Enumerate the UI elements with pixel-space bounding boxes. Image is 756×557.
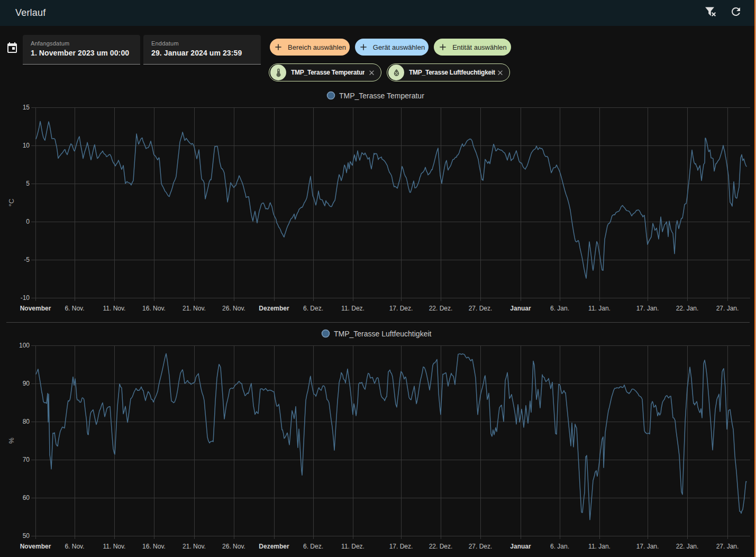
svg-text:11. Nov.: 11. Nov.: [103, 543, 126, 550]
svg-text:60: 60: [23, 494, 30, 501]
svg-text:10: 10: [23, 142, 30, 149]
svg-text:November: November: [20, 305, 51, 312]
svg-text:-10: -10: [21, 294, 30, 302]
svg-text:6. Nov.: 6. Nov.: [65, 305, 84, 312]
svg-text:90: 90: [23, 380, 30, 387]
svg-text:70: 70: [23, 456, 30, 463]
svg-text:22. Dez.: 22. Dez.: [429, 543, 453, 550]
svg-text:26. Nov.: 26. Nov.: [222, 305, 245, 312]
svg-text:6. Jan.: 6. Jan.: [550, 305, 569, 312]
svg-text:November: November: [20, 543, 51, 550]
svg-text:%: %: [7, 437, 15, 444]
svg-text:11. Nov.: 11. Nov.: [103, 305, 126, 312]
svg-text:27. Dez.: 27. Dez.: [469, 543, 493, 550]
svg-text:50: 50: [23, 532, 30, 540]
svg-text:16. Nov.: 16. Nov.: [142, 305, 166, 312]
svg-text:11. Jan.: 11. Jan.: [588, 543, 611, 550]
svg-text:17. Dez.: 17. Dez.: [389, 305, 413, 312]
svg-text:100: 100: [19, 342, 30, 349]
svg-text:11. Dez.: 11. Dez.: [341, 543, 365, 550]
svg-text:TMP_Terasse Luftfeuchtigkeit: TMP_Terasse Luftfeuchtigkeit: [334, 330, 432, 338]
svg-text:22. Dez.: 22. Dez.: [429, 305, 453, 312]
svg-text:°C: °C: [7, 199, 15, 207]
svg-text:22. Jan.: 22. Jan.: [676, 305, 699, 312]
svg-text:11. Dez.: 11. Dez.: [341, 305, 365, 312]
svg-text:6. Dez.: 6. Dez.: [303, 543, 323, 550]
svg-text:11. Jan.: 11. Jan.: [588, 305, 611, 312]
svg-text:6. Jan.: 6. Jan.: [550, 543, 569, 550]
svg-text:21. Nov.: 21. Nov.: [183, 305, 206, 312]
svg-text:26. Nov.: 26. Nov.: [222, 543, 245, 550]
svg-text:17. Jan.: 17. Jan.: [636, 543, 659, 550]
svg-text:5: 5: [26, 180, 30, 187]
svg-text:0: 0: [26, 218, 30, 225]
svg-text:6. Dez.: 6. Dez.: [303, 305, 323, 312]
svg-text:27. Jan.: 27. Jan.: [716, 543, 739, 550]
svg-text:17. Dez.: 17. Dez.: [389, 543, 413, 550]
svg-text:TMP_Terasse Temperatur: TMP_Terasse Temperatur: [339, 92, 424, 100]
svg-text:Januar: Januar: [510, 543, 531, 550]
svg-text:27. Dez.: 27. Dez.: [469, 305, 493, 312]
svg-text:16. Nov.: 16. Nov.: [142, 543, 166, 550]
svg-text:-5: -5: [24, 256, 30, 263]
svg-text:6. Nov.: 6. Nov.: [65, 543, 84, 550]
svg-text:21. Nov.: 21. Nov.: [183, 543, 206, 550]
svg-text:27. Jan.: 27. Jan.: [716, 305, 739, 312]
svg-text:80: 80: [23, 418, 30, 425]
svg-text:Januar: Januar: [510, 305, 531, 312]
svg-text:Dezember: Dezember: [259, 305, 289, 312]
svg-text:15: 15: [23, 104, 30, 111]
svg-text:22. Jan.: 22. Jan.: [676, 543, 699, 550]
svg-text:Dezember: Dezember: [259, 543, 289, 550]
svg-text:17. Jan.: 17. Jan.: [636, 305, 659, 312]
